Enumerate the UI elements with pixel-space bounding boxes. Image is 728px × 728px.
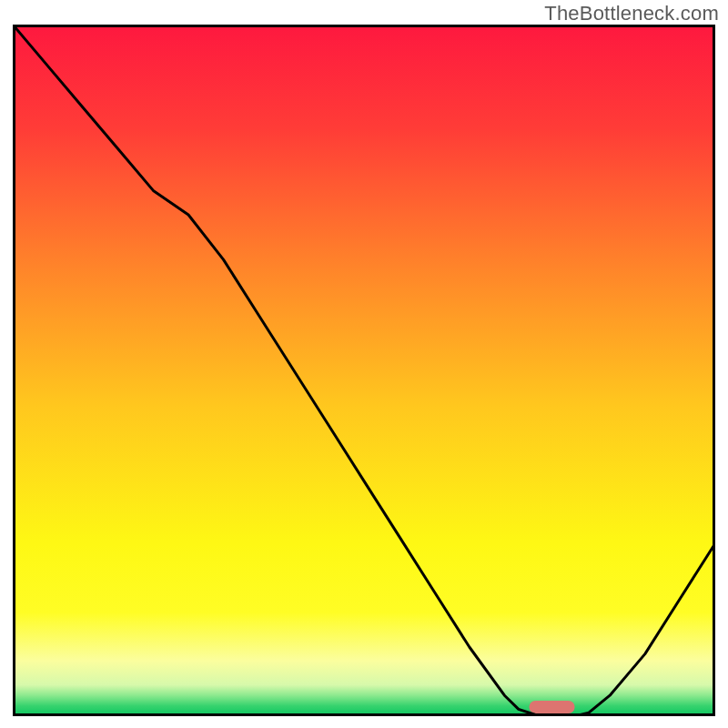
selected-range-marker [529,701,574,713]
chart-container: TheBottleneck.com [0,0,728,728]
chart-svg [13,25,715,716]
watermark-label: TheBottleneck.com [544,2,719,25]
svg-rect-0 [13,25,715,716]
chart-plot [13,25,715,716]
